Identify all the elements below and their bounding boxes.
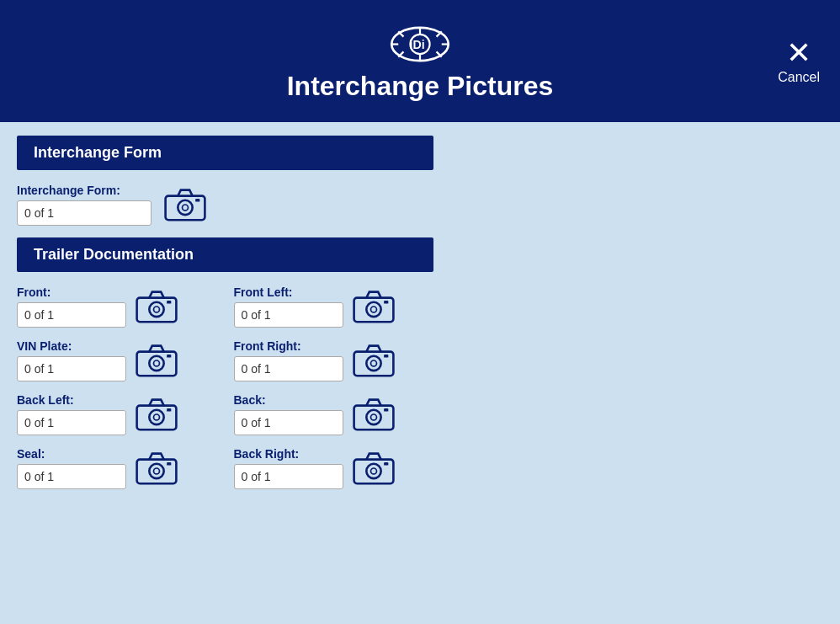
svg-rect-34 (167, 408, 171, 411)
svg-point-37 (370, 414, 376, 420)
svg-point-25 (154, 360, 160, 366)
svg-point-45 (370, 468, 376, 474)
interchange-form-camera-button[interactable] (163, 186, 207, 223)
trailer-documentation-grid: Front: Front Left: (17, 285, 433, 493)
svg-rect-46 (384, 462, 388, 465)
front-right-label: Front Right: (234, 339, 343, 353)
svg-point-41 (154, 468, 160, 474)
back-left-field-row: Back Left: (17, 393, 217, 435)
svg-point-20 (366, 302, 380, 317)
front-input[interactable] (17, 302, 126, 328)
svg-point-24 (149, 356, 163, 371)
front-right-field-group: Front Right: (234, 339, 343, 381)
front-field-row: Front: (17, 285, 217, 328)
vin-plate-field-group: VIN Plate: (17, 339, 126, 381)
camera-icon (352, 342, 396, 379)
header-content: iDi Interchange Pictures (287, 21, 554, 102)
camera-icon (135, 342, 178, 379)
back-right-camera-button[interactable] (352, 450, 396, 487)
svg-rect-42 (167, 462, 171, 465)
cancel-label: Cancel (778, 70, 820, 85)
close-icon: ✕ (786, 38, 811, 68)
svg-point-44 (366, 464, 380, 478)
vin-plate-input[interactable] (17, 356, 126, 381)
interchange-form-field-group: Interchange Form: (17, 184, 152, 226)
back-right-input[interactable] (234, 464, 343, 489)
camera-icon (163, 186, 207, 223)
back-input[interactable] (234, 410, 343, 435)
svg-rect-30 (384, 355, 388, 357)
front-left-field-group: Front Left: (234, 285, 343, 328)
seal-input[interactable] (17, 464, 126, 489)
camera-icon (135, 288, 178, 325)
svg-point-17 (154, 307, 160, 312)
svg-point-33 (154, 414, 160, 420)
svg-point-13 (183, 205, 189, 211)
front-left-label: Front Left: (234, 285, 343, 299)
back-camera-button[interactable] (352, 396, 396, 433)
front-right-camera-button[interactable] (352, 342, 396, 379)
seal-label: Seal: (17, 447, 126, 461)
back-right-field-row: Back Right: (234, 447, 434, 489)
vin-plate-camera-button[interactable] (135, 342, 178, 379)
camera-icon (352, 396, 396, 433)
svg-point-21 (370, 307, 376, 312)
svg-point-16 (149, 302, 163, 317)
svg-text:iDi: iDi (410, 37, 425, 51)
front-left-input[interactable] (234, 302, 343, 328)
svg-rect-22 (384, 301, 388, 303)
svg-rect-26 (167, 355, 171, 357)
back-right-label: Back Right: (234, 447, 343, 461)
front-left-camera-button[interactable] (352, 288, 396, 325)
svg-point-36 (366, 410, 380, 424)
interchange-form-label: Interchange Form: (17, 184, 152, 197)
svg-point-40 (149, 464, 163, 478)
svg-point-28 (366, 356, 380, 371)
front-right-field-row: Front Right: (234, 339, 434, 381)
back-left-input[interactable] (17, 410, 126, 435)
camera-icon (352, 450, 396, 487)
front-camera-button[interactable] (135, 288, 178, 325)
svg-point-12 (178, 200, 192, 215)
vin-plate-label: VIN Plate: (17, 339, 126, 353)
interchange-form-header: Interchange Form (17, 136, 433, 170)
svg-rect-38 (384, 408, 388, 411)
interchange-form-section: Interchange Form Interchange Form: (17, 136, 823, 226)
cancel-button[interactable]: ✕ Cancel (778, 38, 820, 85)
interchange-form-input[interactable] (17, 200, 152, 226)
front-right-input[interactable] (234, 356, 343, 381)
svg-rect-18 (167, 301, 171, 303)
front-field-group: Front: (17, 285, 126, 328)
camera-icon (135, 450, 178, 487)
back-label: Back: (234, 393, 343, 407)
interchange-form-row: Interchange Form: (17, 184, 823, 226)
svg-point-29 (370, 360, 376, 366)
trailer-documentation-header: Trailer Documentation (17, 237, 433, 272)
svg-rect-14 (195, 199, 199, 201)
back-left-field-group: Back Left: (17, 393, 126, 435)
back-field-row: Back: (234, 393, 434, 435)
back-left-label: Back Left: (17, 393, 126, 407)
back-field-group: Back: (234, 393, 343, 435)
svg-point-32 (149, 410, 163, 424)
trailer-documentation-section: Trailer Documentation Front: (17, 237, 823, 493)
seal-field-row: Seal: (17, 447, 217, 489)
front-label: Front: (17, 285, 126, 299)
idi-logo: iDi (386, 21, 454, 67)
main-content: Interchange Form Interchange Form: Trail… (0, 122, 840, 506)
front-left-field-row: Front Left: (234, 285, 434, 328)
vin-plate-field-row: VIN Plate: (17, 339, 217, 381)
page-title: Interchange Pictures (287, 71, 554, 102)
camera-icon (352, 288, 396, 325)
back-right-field-group: Back Right: (234, 447, 343, 489)
seal-field-group: Seal: (17, 447, 126, 489)
back-left-camera-button[interactable] (135, 396, 178, 433)
header: iDi Interchange Pictures ✕ Cancel (0, 0, 840, 122)
camera-icon (135, 396, 178, 433)
seal-camera-button[interactable] (135, 450, 178, 487)
